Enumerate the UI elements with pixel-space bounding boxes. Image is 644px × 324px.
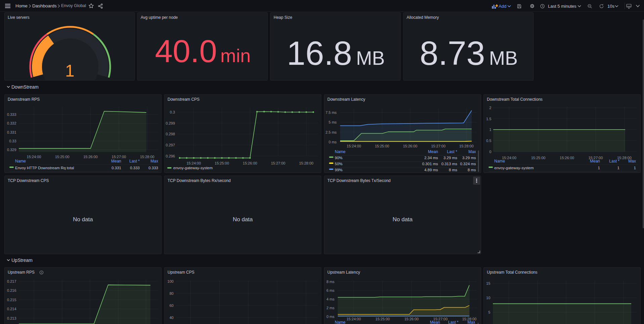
svg-text:1: 1 bbox=[634, 166, 636, 170]
svg-text:Last *: Last * bbox=[129, 159, 140, 164]
svg-text:0.216: 0.216 bbox=[7, 288, 16, 292]
svg-text:1: 1 bbox=[65, 61, 75, 80]
svg-text:0.3: 0.3 bbox=[170, 110, 175, 114]
svg-text:15:28:00: 15:28:00 bbox=[140, 155, 154, 159]
svg-text:3.29 ms: 3.29 ms bbox=[444, 156, 457, 160]
svg-text:0 ms: 0 ms bbox=[326, 315, 334, 319]
svg-text:4 ms: 4 ms bbox=[326, 297, 334, 301]
svg-text:3.29 ms: 3.29 ms bbox=[462, 156, 476, 160]
svg-text:0.331: 0.331 bbox=[111, 166, 121, 170]
svg-text:Max: Max bbox=[150, 159, 158, 164]
svg-text:0.5: 0.5 bbox=[486, 139, 491, 143]
svg-text:Name: Name bbox=[335, 320, 346, 324]
svg-text:0.333: 0.333 bbox=[7, 112, 16, 117]
svg-text:envoy-gateway-system: envoy-gateway-system bbox=[494, 166, 534, 170]
svg-text:15:24:00: 15:24:00 bbox=[347, 144, 361, 148]
svg-text:15:24:00: 15:24:00 bbox=[27, 155, 41, 159]
svg-text:2 ms: 2 ms bbox=[326, 306, 334, 310]
svg-text:1.5: 1.5 bbox=[486, 117, 491, 121]
svg-text:16.8MB: 16.8MB bbox=[287, 34, 385, 72]
svg-text:5 ms: 5 ms bbox=[329, 120, 337, 124]
svg-text:15:28:00: 15:28:00 bbox=[299, 161, 314, 165]
svg-text:7.5 ms: 7.5 ms bbox=[326, 110, 337, 114]
svg-text:Max: Max bbox=[628, 159, 636, 164]
svg-text:2.34 ms: 2.34 ms bbox=[424, 156, 438, 160]
svg-text:0.296: 0.296 bbox=[166, 154, 175, 158]
svg-text:Last *: Last * bbox=[609, 159, 619, 164]
svg-text:0.299: 0.299 bbox=[166, 121, 175, 125]
svg-text:15:25:00: 15:25:00 bbox=[55, 155, 70, 159]
svg-text:4.89 ms: 4.89 ms bbox=[424, 168, 438, 172]
svg-text:99%: 99% bbox=[335, 168, 342, 172]
svg-text:15:27:00: 15:27:00 bbox=[271, 161, 285, 165]
svg-text:Mean: Mean bbox=[430, 320, 440, 324]
svg-text:0.333: 0.333 bbox=[130, 166, 140, 170]
svg-text:Envoy HTTP Downstream Rq total: Envoy HTTP Downstream Rq total bbox=[15, 166, 74, 170]
svg-text:0.329: 0.329 bbox=[7, 148, 16, 152]
svg-text:8 ms: 8 ms bbox=[326, 280, 334, 284]
svg-text:0.331: 0.331 bbox=[7, 130, 16, 134]
svg-text:Name: Name bbox=[335, 149, 346, 154]
svg-text:0.324 ms: 0.324 ms bbox=[460, 162, 476, 166]
svg-text:0.298: 0.298 bbox=[166, 132, 175, 136]
svg-text:50%: 50% bbox=[335, 162, 342, 166]
svg-text:8 ms: 8 ms bbox=[449, 168, 457, 172]
svg-text:80: 80 bbox=[170, 291, 174, 295]
svg-text:15:25:00: 15:25:00 bbox=[531, 156, 546, 160]
svg-text:15:26:00: 15:26:00 bbox=[243, 161, 257, 165]
svg-text:10: 10 bbox=[486, 296, 490, 300]
svg-text:0.333: 0.333 bbox=[148, 166, 158, 170]
svg-text:Mean: Mean bbox=[428, 149, 438, 154]
svg-text:1: 1 bbox=[489, 128, 491, 132]
svg-text:100: 100 bbox=[168, 279, 174, 283]
svg-text:15:25:00: 15:25:00 bbox=[215, 161, 229, 165]
svg-text:15:25:00: 15:25:00 bbox=[375, 317, 390, 321]
svg-text:0.301 ms: 0.301 ms bbox=[422, 162, 438, 166]
svg-text:0.297: 0.297 bbox=[166, 143, 175, 147]
svg-text:5: 5 bbox=[488, 310, 490, 314]
svg-text:2: 2 bbox=[489, 106, 491, 110]
svg-text:15:26:00: 15:26:00 bbox=[560, 156, 574, 160]
svg-text:0 ms: 0 ms bbox=[329, 140, 337, 144]
svg-text:0.217: 0.217 bbox=[7, 279, 16, 283]
svg-text:0.213: 0.213 bbox=[7, 316, 16, 320]
svg-text:0.332: 0.332 bbox=[7, 121, 16, 125]
svg-text:Mean: Mean bbox=[111, 159, 121, 164]
svg-text:envoy-gateway-system: envoy-gateway-system bbox=[173, 166, 213, 170]
svg-text:0.215: 0.215 bbox=[7, 298, 16, 302]
svg-text:Last *: Last * bbox=[448, 320, 459, 324]
svg-text:15:26:00: 15:26:00 bbox=[403, 144, 417, 148]
svg-text:Name: Name bbox=[15, 159, 26, 164]
svg-text:0: 0 bbox=[489, 150, 491, 154]
svg-text:15: 15 bbox=[486, 281, 490, 285]
svg-text:6 ms: 6 ms bbox=[326, 288, 334, 292]
svg-text:15:26:00: 15:26:00 bbox=[404, 317, 419, 321]
svg-text:40: 40 bbox=[170, 316, 174, 320]
svg-text:15:24:00: 15:24:00 bbox=[186, 161, 201, 165]
svg-text:0.33: 0.33 bbox=[9, 139, 16, 143]
svg-text:60: 60 bbox=[170, 304, 174, 308]
svg-text:40.0min: 40.0min bbox=[155, 33, 250, 69]
svg-text:0.313 ms: 0.313 ms bbox=[441, 162, 457, 166]
svg-text:Max: Max bbox=[467, 320, 475, 324]
svg-text:Mean: Mean bbox=[590, 159, 600, 164]
svg-text:Last *: Last * bbox=[447, 149, 457, 154]
svg-text:0.214: 0.214 bbox=[7, 307, 16, 311]
svg-text:15:27:00: 15:27:00 bbox=[112, 155, 126, 159]
svg-text:15:26:00: 15:26:00 bbox=[83, 155, 98, 159]
svg-text:1: 1 bbox=[617, 166, 619, 170]
svg-text:15:27:00: 15:27:00 bbox=[431, 144, 446, 148]
svg-text:8 ms: 8 ms bbox=[468, 168, 476, 172]
svg-text:15:28:00: 15:28:00 bbox=[459, 144, 474, 148]
svg-text:Max: Max bbox=[468, 149, 476, 154]
svg-text:Name: Name bbox=[494, 159, 505, 164]
svg-text:15:25:00: 15:25:00 bbox=[375, 144, 389, 148]
svg-text:2.5 ms: 2.5 ms bbox=[326, 130, 337, 134]
svg-text:90%: 90% bbox=[335, 156, 342, 160]
svg-text:15:24:00: 15:24:00 bbox=[347, 317, 361, 321]
svg-text:8.73MB: 8.73MB bbox=[420, 34, 518, 72]
svg-text:1: 1 bbox=[598, 166, 600, 170]
